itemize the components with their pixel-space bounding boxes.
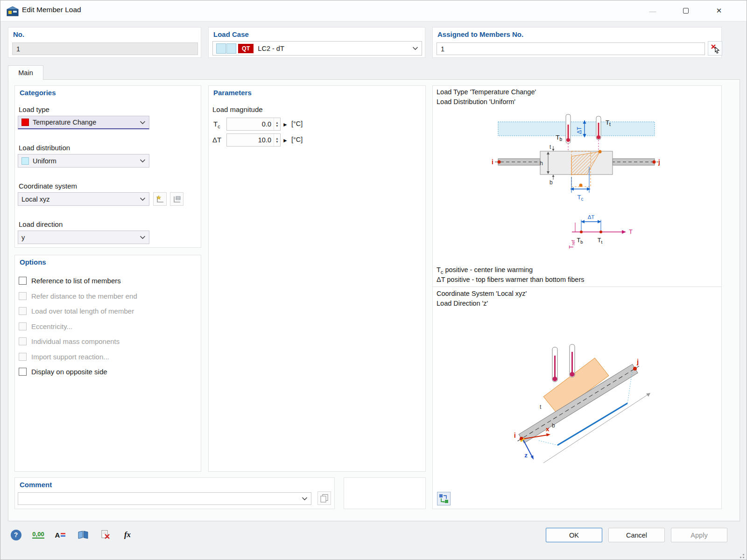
load-distribution-label: Load distribution <box>19 144 70 152</box>
coordinate-system-label: Coordinate system <box>19 182 77 190</box>
assigned-label: Assigned to Members No. <box>437 30 523 38</box>
diagram-axis-tb-label: Tb <box>577 237 583 245</box>
load-case-combo[interactable]: QT LC2 - dT <box>212 41 422 56</box>
spin-down-icon[interactable]: ▾ <box>276 124 278 127</box>
comment-title: Comment <box>20 481 52 489</box>
diagram-dim-t-label: t <box>550 144 551 150</box>
dt-row: ΔT 10.0 ▴▾ ▶ [°C] <box>209 133 425 147</box>
chevron-down-icon <box>140 159 146 163</box>
new-coordinate-system-button[interactable] <box>153 192 167 206</box>
resize-grip[interactable] <box>743 557 744 558</box>
coordinate-system-combo[interactable]: Local xyz <box>18 192 149 206</box>
options-panel: Options Reference to list of members Ref… <box>14 255 201 472</box>
load-case-groupbox: Load Case QT LC2 - dT <box>208 27 425 58</box>
edit-coordinate-system-icon <box>172 195 182 204</box>
load-type-value: Temperature Change <box>33 119 96 126</box>
temperature-section-diagram: ΔT Tb Tt i j t <box>433 111 722 251</box>
diagram-dim-h-label: h <box>540 160 543 167</box>
option-import-support-reaction: Import support reaction... <box>19 351 109 362</box>
tc-label: Tc <box>213 120 220 129</box>
dt-label: ΔT <box>212 136 221 145</box>
assigned-members-input[interactable]: 1 <box>437 42 705 55</box>
diagram-tref-label: Tref <box>568 240 576 249</box>
help-button[interactable]: ? <box>8 527 24 543</box>
formula-button[interactable]: fx <box>120 527 135 543</box>
decimal-places-icon: 0,00 <box>32 531 44 539</box>
titlebar: Edit Member Load — ✕ <box>0 0 747 21</box>
help-icon: ? <box>11 530 21 540</box>
member-3d-diagram: i j x z t b <box>433 309 722 483</box>
load-type-combo[interactable]: Temperature Change <box>18 116 149 129</box>
tc-row: Tc 0.0 ▴▾ ▶ [°C] <box>209 118 425 131</box>
chevron-down-icon <box>302 497 308 501</box>
no-groupbox: No. 1 <box>8 27 201 58</box>
dt-input[interactable]: 10.0 ▴▾ <box>226 133 281 147</box>
diagram-node-j-label: j <box>658 158 660 166</box>
checkbox-icon <box>19 292 27 300</box>
apply-button[interactable]: Apply <box>671 528 727 542</box>
diagram-axis-t-label: T <box>629 228 633 235</box>
edit-coordinate-system-button[interactable] <box>170 192 183 206</box>
close-button[interactable]: ✕ <box>708 0 730 21</box>
swap-view-button[interactable] <box>437 492 451 505</box>
diagram2-b-label: b <box>552 422 555 429</box>
comment-combo[interactable] <box>18 492 311 505</box>
resize-grip[interactable] <box>740 557 741 558</box>
preview-divider <box>433 287 721 287</box>
load-direction-label: Load direction <box>19 220 63 228</box>
tc-detail-button[interactable]: ▶ <box>282 119 289 129</box>
tc-input[interactable]: 0.0 ▴▾ <box>226 118 281 131</box>
tab-main[interactable]: Main <box>8 65 43 80</box>
diagram-node-i-label: i <box>492 158 493 166</box>
comment-presets-button[interactable] <box>317 491 331 505</box>
ok-button[interactable]: OK <box>546 528 602 542</box>
resize-grip[interactable] <box>743 554 744 555</box>
maximize-button[interactable] <box>675 0 697 21</box>
dt-spinner[interactable]: ▴▾ <box>274 134 280 146</box>
cancel-button[interactable]: Cancel <box>608 528 665 542</box>
diagram2-node-i-label: i <box>514 431 516 439</box>
coordinate-system-value: Local xyz <box>21 196 49 203</box>
load-distribution-value: Uniform <box>33 157 56 165</box>
checkbox-icon[interactable] <box>19 368 27 376</box>
spin-down-icon[interactable]: ▾ <box>276 140 278 143</box>
categories-panel: Categories Load type Temperature Change … <box>14 85 201 248</box>
select-members-button[interactable] <box>708 41 722 56</box>
load-direction-combo[interactable]: y <box>18 231 149 244</box>
fx-icon: fx <box>124 530 131 539</box>
parameters-title: Parameters <box>213 89 252 97</box>
preview-cs-text: Coordinate System 'Local xyz' <box>437 290 527 297</box>
tc-spinner[interactable]: ▴▾ <box>274 118 280 130</box>
chevron-down-icon <box>412 46 418 50</box>
checkbox-icon <box>19 337 27 345</box>
spacer-panel <box>344 477 426 509</box>
units-settings-button[interactable]: 0,00 <box>30 527 46 543</box>
option-load-over-total-length: Load over total length of member <box>19 306 134 316</box>
load-type-color-swatch <box>21 119 29 126</box>
options-title: Options <box>20 258 46 266</box>
load-type-label: Load type <box>19 105 49 113</box>
diagram2-t-label: t <box>540 404 542 410</box>
diagram-dim-b-label: b <box>550 179 553 186</box>
swap-arrows-icon <box>439 494 449 504</box>
preview-load-type-text: Load Type 'Temperature Change' <box>437 88 536 96</box>
new-coordinate-system-icon <box>155 195 165 204</box>
option-reference-to-list[interactable]: Reference to list of members <box>19 275 121 286</box>
checkbox-icon[interactable] <box>19 277 27 285</box>
checkbox-icon <box>19 322 27 330</box>
load-case-type-badge: QT <box>238 44 254 53</box>
comment-panel: Comment <box>14 477 335 509</box>
display-properties-button[interactable]: A <box>53 527 69 543</box>
preview-direction-text: Load Direction 'z' <box>437 300 488 307</box>
manual-button[interactable] <box>75 527 91 543</box>
no-input: 1 <box>12 42 198 55</box>
dt-detail-button[interactable]: ▶ <box>282 135 289 145</box>
load-case-value: LC2 - dT <box>258 45 284 52</box>
option-display-opposite-side[interactable]: Display on opposite side <box>19 366 107 377</box>
delete-load-button[interactable] <box>98 527 113 543</box>
load-distribution-combo[interactable]: Uniform <box>18 154 149 168</box>
preview-panel: Load Type 'Temperature Change' Load Dist… <box>432 85 722 509</box>
edit-member-load-dialog: Edit Member Load — ✕ No. 1 Load Case QT … <box>0 0 747 560</box>
font-settings-icon: A <box>55 531 67 539</box>
diagram-axis-tt-label: Tt <box>598 237 603 245</box>
